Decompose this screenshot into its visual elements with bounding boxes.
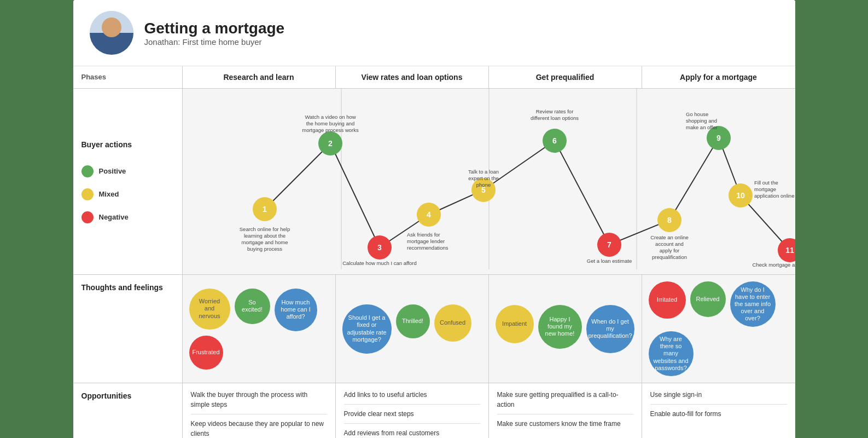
svg-text:mortgage and home: mortgage and home <box>241 239 288 245</box>
buyer-actions-label: Buyer actions Positive Mixed Negative <box>73 89 183 274</box>
bubble-frustrated: Frustrated <box>189 336 223 370</box>
svg-text:Calculate how much I can affor: Calculate how much I can afford <box>342 260 417 266</box>
svg-text:Check mortgage approval status: Check mortgage approval status <box>752 262 795 268</box>
bubble-excited: So excited! <box>235 289 270 324</box>
bubble-confused: Confused <box>434 304 471 342</box>
opp-4-1: Use single sign-in <box>650 390 787 405</box>
opp-col-4: Use single sign-in Enable auto-fill for … <box>642 383 795 438</box>
thoughts-col-1: Worried and nervous So excited! How much… <box>183 275 336 383</box>
svg-text:recommendations: recommendations <box>407 245 448 251</box>
opp-col-2: Add links to to useful articles Provide … <box>336 383 489 438</box>
svg-text:9: 9 <box>716 134 721 142</box>
svg-text:phone: phone <box>476 182 490 188</box>
bubble-thrilled: Thrilled! <box>396 304 430 338</box>
page-subtitle: Jonathan: First time home buyer <box>144 37 285 47</box>
svg-text:shopping and: shopping and <box>686 118 717 124</box>
phase-3: Get prequalified <box>489 66 642 88</box>
svg-text:Ask friends for: Ask friends for <box>407 232 440 238</box>
phase-2: View rates and loan options <box>336 66 489 88</box>
negative-dot <box>81 211 94 223</box>
svg-text:Review rates for: Review rates for <box>535 108 573 114</box>
svg-text:mortgage lender: mortgage lender <box>407 238 445 244</box>
svg-text:11: 11 <box>785 246 794 255</box>
svg-text:expert on the: expert on the <box>468 175 498 181</box>
phase-4: Apply for a mortgage <box>642 66 795 88</box>
opportunities-section: Opportunities Walk the buyer through the… <box>73 383 795 438</box>
phase-1: Research and learn <box>183 66 336 88</box>
svg-text:8: 8 <box>667 216 672 224</box>
journey-chart-area: 1 Search online for help learning about … <box>183 89 795 274</box>
svg-text:the home buying and: the home buying and <box>306 120 354 126</box>
svg-text:learning about the: learning about the <box>243 233 285 239</box>
page-title: Getting a mortgage <box>144 20 285 37</box>
opp-4-2: Enable auto-fill for forms <box>650 409 787 423</box>
journey-svg: 1 Search online for help learning about … <box>183 89 795 269</box>
mixed-label: Mixed <box>99 190 119 198</box>
svg-text:Go house: Go house <box>686 111 708 117</box>
svg-text:Search online for help: Search online for help <box>239 226 289 232</box>
svg-text:prequalification: prequalification <box>652 254 687 260</box>
bubble-fixed: Should I get a fixed or adjustable rate … <box>342 304 392 354</box>
bubble-worried: Worried and nervous <box>189 289 230 330</box>
mixed-dot <box>81 188 94 200</box>
bubble-howmuch: How much home can I afford? <box>275 289 317 331</box>
positive-label: Positive <box>99 167 126 175</box>
phases-header: Phases Research and learn View rates and… <box>73 66 795 89</box>
svg-text:make an offer: make an offer <box>686 124 718 130</box>
buyer-actions-section: Buyer actions Positive Mixed Negative <box>73 89 795 275</box>
header: Getting a mortgage Jonathan: First time … <box>73 0 795 66</box>
opportunities-title: Opportunities <box>81 391 132 400</box>
svg-text:1: 1 <box>263 205 267 214</box>
opp-3-2: Make sure customers know the time frame <box>497 419 633 433</box>
opp-2-2: Provide clear next steps <box>344 409 480 424</box>
opp-1-2: Keep videos because they are popular to … <box>191 419 327 438</box>
bubble-irritated: Irritated <box>649 281 686 319</box>
thoughts-label: Thoughts and feelings <box>73 275 183 383</box>
svg-text:account and: account and <box>655 241 684 247</box>
opp-2-1: Add links to to useful articles <box>344 390 480 405</box>
legend-negative: Negative <box>81 211 129 223</box>
svg-text:different loan options: different loan options <box>530 115 578 121</box>
positive-dot <box>81 165 94 177</box>
svg-text:Fill out the: Fill out the <box>754 180 778 186</box>
phases-label: Phases <box>73 66 183 88</box>
bubble-whenget: When do I get my prequalification? <box>586 305 634 353</box>
legend-mixed: Mixed <box>81 188 119 200</box>
opp-2-3: Add reviews from real customers <box>344 428 480 438</box>
negative-label: Negative <box>99 213 129 221</box>
svg-text:Talk to a loan: Talk to a loan <box>468 169 499 175</box>
svg-text:application online: application online <box>754 193 794 199</box>
svg-text:Get a loan estimate: Get a loan estimate <box>586 258 631 264</box>
svg-text:Create an online: Create an online <box>650 234 689 240</box>
thoughts-title: Thoughts and feelings <box>81 283 163 292</box>
main-container: Getting a mortgage Jonathan: First time … <box>73 0 795 438</box>
thoughts-section: Thoughts and feelings Worried and nervou… <box>73 275 795 383</box>
svg-text:3: 3 <box>377 243 382 252</box>
svg-text:10: 10 <box>736 191 745 200</box>
opp-col-3: Make sure getting prequalified is a call… <box>489 383 642 438</box>
thoughts-col-3: Impatient Happy I found my new home! Whe… <box>489 275 642 383</box>
legend-positive: Positive <box>81 165 126 177</box>
opp-1-1: Walk the buyer through the process with … <box>191 390 327 414</box>
thoughts-col-4: Irritated Relieved Why do I have to ente… <box>642 275 795 383</box>
buyer-actions-title: Buyer actions <box>81 140 132 149</box>
avatar <box>90 11 133 55</box>
bubble-impatient: Impatient <box>496 305 534 343</box>
svg-text:Watch a video on how: Watch a video on how <box>305 114 356 120</box>
svg-text:mortgage: mortgage <box>754 186 776 192</box>
bubble-sameinfo: Why do I have to enter the same info ove… <box>730 281 776 327</box>
svg-text:mortgage process works: mortgage process works <box>302 127 359 133</box>
thoughts-col-2: Should I get a fixed or adjustable rate … <box>336 275 489 383</box>
svg-text:6: 6 <box>552 136 557 145</box>
svg-text:buying process: buying process <box>247 246 282 252</box>
svg-text:7: 7 <box>607 240 611 249</box>
svg-text:4: 4 <box>427 210 431 219</box>
bubble-happy: Happy I found my new home! <box>538 305 582 349</box>
bubble-passwords: Why are there so many websites and passw… <box>649 331 694 376</box>
opp-3-1: Make sure getting prequalified is a call… <box>497 390 633 414</box>
opportunities-label: Opportunities <box>73 383 183 438</box>
header-text: Getting a mortgage Jonathan: First time … <box>144 20 285 47</box>
svg-text:apply for: apply for <box>659 247 679 253</box>
bubble-relieved: Relieved <box>690 281 726 317</box>
opp-col-1: Walk the buyer through the process with … <box>183 383 336 438</box>
